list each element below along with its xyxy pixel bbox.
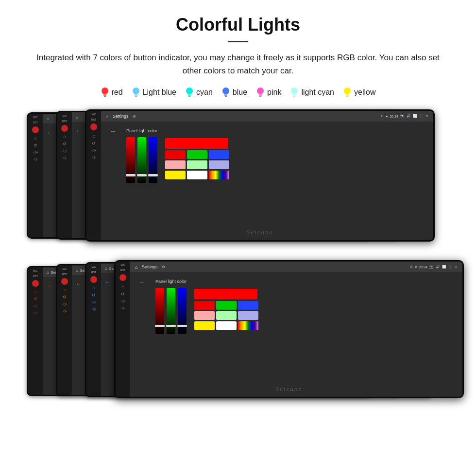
bulb-icon-yellow [343,86,352,99]
svg-rect-4 [135,94,137,96]
screen-stack-3-main: M/C RST ⌂ ↺ ◁+ ◁- ⌂ Settings ⚙ [85,109,435,242]
color-name-yellow: yellow [354,88,375,97]
bulb-icon-lightblue [132,86,140,99]
svg-point-9 [222,88,229,94]
svg-rect-16 [293,94,296,96]
svg-rect-5 [135,96,137,97]
description: Integrated with 7 colors of button indic… [29,51,447,77]
page-title: Colorful Lights [19,15,457,35]
svg-rect-17 [293,96,295,97]
screen-time: 20:24 [390,115,398,118]
color-label-red: red [101,86,123,99]
svg-point-3 [133,88,139,94]
screen-topbar-title: Settings [113,114,129,119]
svg-rect-11 [225,96,227,97]
color-name-blue: blue [233,88,247,97]
bulb-icon-cyan [185,86,194,99]
page-wrapper: Colorful Lights Integrated with 7 colors… [0,0,476,432]
panel-light-label-top: Panel light color [126,128,157,133]
bulb-icon-red [101,86,109,99]
color-name-red: red [112,88,123,97]
bulb-icon-blue [221,86,230,99]
svg-rect-7 [188,94,191,96]
color-labels-row: red Light blue cyan [19,86,457,99]
color-label-lightcyan: light cyan [290,86,334,99]
color-name-cyan: cyan [196,88,213,97]
panel-light-label-bottom: Panel light color [155,279,187,284]
color-name-pink: pink [267,88,281,97]
color-name-lightcyan: light cyan [301,88,334,97]
color-label-blue: blue [221,86,247,99]
svg-point-15 [291,88,298,94]
svg-rect-19 [346,94,349,96]
top-screens-group: M/C RST ⌂ ↺ ◁+ ◁- ⌂ ← [19,109,457,250]
color-label-cyan: cyan [185,86,213,99]
color-name-lightblue: Light blue [143,88,176,97]
svg-point-18 [344,88,351,94]
color-label-pink: pink [256,86,281,99]
svg-rect-14 [259,96,261,97]
svg-point-12 [257,88,264,94]
screen-b-main: M/C RST ⌂ ↺ ◁+ ◁- ⌂ Settings ⚙ [114,260,464,398]
screen-b-time: 20:24 [419,265,427,269]
svg-rect-20 [346,96,348,97]
svg-rect-2 [104,96,106,97]
svg-rect-13 [259,94,262,96]
bulb-icon-pink [256,86,265,99]
svg-rect-1 [103,94,106,96]
color-label-yellow: yellow [343,86,375,99]
title-divider [228,41,248,42]
svg-point-6 [186,88,193,94]
color-label-lightblue: Light blue [132,86,176,99]
svg-rect-10 [224,94,227,96]
bulb-icon-lightcyan [290,86,299,99]
svg-point-0 [102,88,108,94]
svg-rect-8 [188,96,190,97]
bottom-screens-group: M/C RST ⌂ ↺ ◁+ ◁- ⌂ Setti... ← [19,262,457,413]
